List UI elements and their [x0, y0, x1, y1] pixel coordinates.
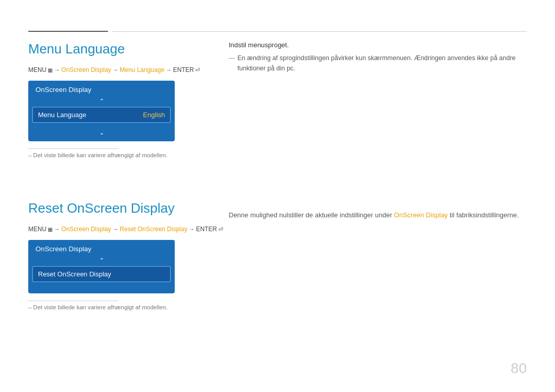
- info-1-body: ― En ændring af sprogindstillingen påvir…: [229, 53, 527, 73]
- breadcrumb-link-1a: OnScreen Display: [61, 66, 111, 73]
- chevron-down-icon-1: ⌄: [99, 129, 104, 136]
- info-1-dash: ―: [229, 53, 235, 73]
- breadcrumb-arrow-2c: →: [189, 226, 194, 232]
- info-1-text: En ændring af sprogindstillingen påvirke…: [237, 53, 527, 73]
- osd-row-1: Menu Language English: [32, 107, 171, 123]
- section-1-note: – Det viste billede kan variere afhængig…: [28, 152, 527, 158]
- breadcrumb-enter-icon-1: ⏎: [195, 67, 200, 73]
- breadcrumb-enter-icon-2: ⏎: [218, 226, 223, 233]
- breadcrumb-arrow-2a: →: [54, 226, 60, 232]
- breadcrumb-link-2a: OnScreen Display: [61, 226, 111, 233]
- osd-row-value-1: English: [143, 111, 165, 119]
- breadcrumb-menu-1: MENU: [28, 66, 46, 73]
- breadcrumb-enter-1: ENTER: [173, 66, 194, 73]
- info-2-suffix: til fabriksindstillingerne.: [448, 211, 519, 219]
- breadcrumb-menu-2: MENU: [28, 226, 46, 233]
- breadcrumb-arrow-1c: →: [166, 67, 172, 73]
- osd-row-label-1: Menu Language: [38, 111, 86, 119]
- breadcrumb-link-1b: Menu Language: [120, 66, 164, 73]
- section-2-divider: [28, 301, 118, 301]
- section-2-note: – Det viste billede kan variere afhængig…: [28, 304, 527, 310]
- breadcrumb-arrow-2b: →: [113, 226, 118, 232]
- top-rule: [28, 31, 527, 32]
- breadcrumb-2: MENU ▦ → OnScreen Display → Reset OnScre…: [28, 226, 527, 233]
- breadcrumb-menu-icon-2: ▦: [48, 227, 52, 232]
- osd-row-label-2: Reset OnScreen Display: [38, 270, 111, 278]
- info-2-link: OnScreen Display: [394, 211, 448, 219]
- osd-chevron-up-2: ⌃: [28, 256, 175, 266]
- chevron-up-icon-2: ⌃: [99, 257, 104, 264]
- info-2-prefix: Denne mulighed nulstiller de aktuelle in…: [229, 211, 394, 219]
- page-number: 80: [511, 360, 527, 377]
- info-2-body: Denne mulighed nulstiller de aktuelle in…: [229, 210, 527, 221]
- info-panel-1: Indstil menusproget. ― En ændring af spr…: [229, 41, 527, 73]
- info-1-title: Indstil menusproget.: [229, 41, 527, 49]
- osd-box-1: OnScreen Display ⌃ Menu Language English…: [28, 81, 175, 141]
- chevron-up-icon-1: ⌃: [99, 98, 104, 105]
- top-rule-light: [112, 31, 527, 32]
- info-panel-2: Denne mulighed nulstiller de aktuelle in…: [229, 200, 527, 221]
- osd-header-1: OnScreen Display: [28, 81, 175, 97]
- section-1-divider: [28, 148, 118, 149]
- osd-spacer-2: [28, 286, 175, 293]
- page-container: Menu Language MENU ▦ → OnScreen Display …: [0, 0, 555, 392]
- osd-row-2: Reset OnScreen Display: [32, 266, 171, 282]
- osd-header-2: OnScreen Display: [28, 240, 175, 256]
- osd-chevron-down-1: ⌄: [28, 127, 175, 141]
- breadcrumb-link-2b: Reset OnScreen Display: [120, 226, 187, 233]
- osd-box-2: OnScreen Display ⌃ Reset OnScreen Displa…: [28, 240, 175, 293]
- breadcrumb-enter-2: ENTER: [196, 226, 217, 233]
- breadcrumb-arrow-1a: →: [54, 67, 60, 73]
- osd-chevron-up-1: ⌃: [28, 97, 175, 107]
- breadcrumb-menu-icon-1: ▦: [48, 67, 52, 73]
- top-rule-dark: [28, 31, 108, 32]
- breadcrumb-arrow-1b: →: [113, 67, 118, 73]
